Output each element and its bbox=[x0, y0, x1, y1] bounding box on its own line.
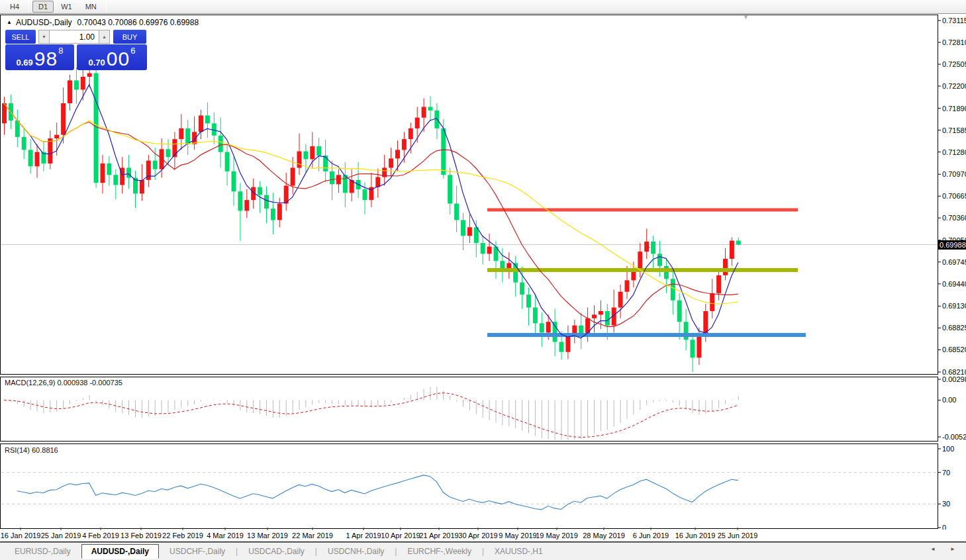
price-axis-label: 0.71890 bbox=[942, 105, 966, 113]
price-axis: 0.69988 0.731150.728100.725050.722000.71… bbox=[938, 15, 966, 529]
date-axis-label: 19 May 2019 bbox=[536, 532, 578, 539]
chart-title: ▲AUDUSD-,Daily0.70043 0.70086 0.69976 0.… bbox=[7, 18, 199, 27]
chart-shift-icon: ▼ bbox=[743, 14, 749, 21]
tab-audusd-daily[interactable]: AUDUSD-,Daily bbox=[81, 544, 159, 559]
collapse-icon[interactable]: ▲ bbox=[7, 19, 12, 25]
sell-price-prefix: 0.69 bbox=[17, 58, 33, 68]
price-axis-label: 0.72200 bbox=[942, 82, 966, 90]
price-axis-label: 0.68520 bbox=[942, 346, 966, 353]
date-axis-label: 10 Apr 2019 bbox=[381, 532, 420, 539]
date-axis-label: 25 Jun 2019 bbox=[718, 532, 758, 539]
date-axis-label: 13 Feb 2019 bbox=[121, 532, 162, 539]
one-click-trade-panel: SELL ▼ ▲ BUY 0.69 98 8 0.70 00 6 bbox=[5, 30, 148, 70]
tab-scroll-arrows[interactable]: ◄ ► bbox=[930, 546, 962, 552]
price-axis-label: 0.71585 bbox=[942, 126, 966, 134]
date-axis-label: 22 Mar 2019 bbox=[292, 532, 333, 539]
volume-input[interactable] bbox=[50, 30, 99, 44]
rsi-axis-label: 30 bbox=[942, 500, 950, 508]
macd-axis-label: 0.00 bbox=[942, 396, 956, 404]
rsi-axis-label: 100 bbox=[942, 445, 954, 453]
price-axis-label: 0.70970 bbox=[942, 170, 966, 178]
price-axis-label: 0.72810 bbox=[942, 38, 966, 46]
price-axis-label: 0.73115 bbox=[942, 17, 966, 24]
volume-down-icon[interactable]: ▼ bbox=[38, 30, 50, 44]
symbol-tabbar: EURUSD-,DailyAUDUSD-,DailyUSDCHF-,Daily|… bbox=[0, 542, 966, 560]
rsi-value: 60.8816 bbox=[32, 446, 58, 454]
date-axis-label: 4 Mar 2019 bbox=[207, 532, 244, 539]
price-axis-label: 0.69130 bbox=[942, 302, 966, 310]
rsi-label: RSI(14) 60.8816 bbox=[5, 446, 58, 454]
price-axis-label: 0.70360 bbox=[942, 214, 966, 222]
sell-price-button[interactable]: 0.69 98 8 bbox=[5, 44, 74, 70]
toolbar-separator bbox=[106, 2, 107, 12]
timeframe-button-h4[interactable]: H4 bbox=[4, 1, 25, 13]
date-axis-label: 16 Jun 2019 bbox=[675, 532, 716, 539]
price-axis-label: 0.70665 bbox=[942, 192, 966, 200]
date-axis-label: 30 Apr 2019 bbox=[458, 532, 497, 539]
buy-price-prefix: 0.70 bbox=[89, 58, 105, 68]
ohlc-values: 0.70043 0.70086 0.69976 0.69988 bbox=[77, 18, 199, 27]
tab-usdcad-daily[interactable]: USDCAD-,Daily bbox=[238, 545, 315, 558]
toolbar-separator bbox=[28, 2, 29, 12]
symbol-name: AUDUSD-,Daily bbox=[16, 18, 72, 27]
rsi-pane[interactable] bbox=[0, 443, 938, 529]
timeframe-button-w1[interactable]: W1 bbox=[55, 1, 78, 13]
rsi-axis-label: 70 bbox=[942, 469, 950, 477]
buy-price-button[interactable]: 0.70 00 6 bbox=[77, 44, 147, 70]
price-axis-label: 0.69440 bbox=[942, 280, 966, 288]
date-axis-label: 28 May 2019 bbox=[583, 532, 625, 539]
sell-button[interactable]: SELL bbox=[5, 30, 36, 44]
price-axis-label: 0.68825 bbox=[942, 324, 966, 332]
date-axis: 16 Jan 201925 Jan 20194 Feb 201913 Feb 2… bbox=[0, 530, 966, 542]
macd-values: 0.000938 -0.000735 bbox=[57, 379, 122, 387]
date-axis-label: 25 Jan 2019 bbox=[41, 532, 81, 539]
current-price-tag: 0.69988 bbox=[938, 240, 966, 250]
timeframe-button-d1[interactable]: D1 bbox=[32, 1, 54, 13]
buy-button[interactable]: BUY bbox=[113, 30, 146, 44]
macd-pane[interactable] bbox=[0, 377, 938, 442]
sell-price-pip: 8 bbox=[58, 42, 63, 60]
buy-price-pip: 6 bbox=[130, 42, 135, 60]
macd-axis-label: 0.002984 bbox=[942, 375, 966, 383]
timeframe-toolbar: H4D1W1MN bbox=[0, 0, 966, 14]
date-axis-label: 21 Apr 2019 bbox=[419, 532, 458, 539]
tab-usdchf-daily[interactable]: USDCHF-,Daily bbox=[159, 545, 236, 558]
tab-usdcnh-daily[interactable]: USDCNH-,Daily bbox=[317, 545, 395, 558]
macd-label: MACD(12,26,9) 0.000938 -0.000735 bbox=[5, 379, 122, 387]
price-axis-label: 0.69745 bbox=[942, 258, 966, 266]
tab-xauusd-h1[interactable]: XAUUSD-,H1 bbox=[484, 545, 554, 558]
tab-eurchf-weekly[interactable]: EURCHF-,Weekly bbox=[397, 545, 481, 558]
price-axis-label: 0.72505 bbox=[942, 60, 966, 68]
sell-price-big: 98 bbox=[34, 50, 58, 68]
date-axis-label: 9 May 2019 bbox=[499, 532, 536, 539]
date-axis-label: 4 Feb 2019 bbox=[82, 532, 119, 539]
date-axis-label: 1 Apr 2019 bbox=[346, 532, 381, 539]
date-axis-label: 16 Jan 2019 bbox=[1, 532, 41, 539]
date-axis-label: 6 Jun 2019 bbox=[633, 532, 669, 539]
date-axis-label: 13 Mar 2019 bbox=[247, 532, 288, 539]
price-axis-label: 0.71280 bbox=[942, 148, 966, 156]
date-axis-label: 22 Feb 2019 bbox=[162, 532, 203, 539]
tab-eurusd-daily[interactable]: EURUSD-,Daily bbox=[4, 545, 81, 558]
volume-up-icon[interactable]: ▲ bbox=[99, 30, 110, 44]
timeframe-button-mn[interactable]: MN bbox=[79, 1, 103, 13]
macd-axis-label: -0.005258 bbox=[942, 433, 966, 441]
buy-price-big: 00 bbox=[107, 50, 130, 68]
